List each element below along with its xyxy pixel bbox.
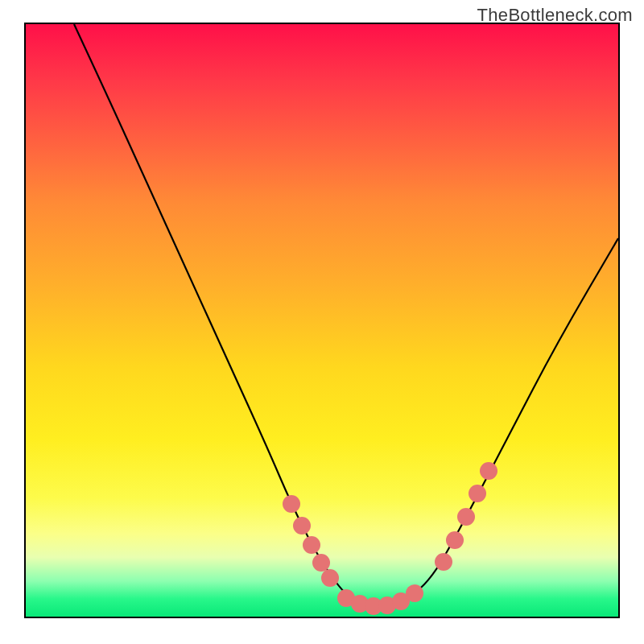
curve-marker (480, 462, 497, 480)
marker-group (283, 462, 497, 615)
curve-svg (26, 24, 618, 617)
curve-marker (446, 531, 464, 549)
plot-area (24, 23, 620, 618)
curve-marker (406, 584, 423, 602)
curve-marker (312, 554, 330, 572)
watermark-label: TheBottleneck.com (477, 5, 633, 26)
curve-marker (435, 553, 452, 571)
curve-marker (303, 536, 320, 554)
curve-marker (321, 569, 339, 587)
curve-marker (469, 485, 486, 502)
curve-line (74, 24, 618, 606)
curve-marker (457, 508, 475, 526)
curve-marker (293, 517, 311, 535)
curve-marker (283, 495, 300, 513)
chart-container: TheBottleneck.com (0, 0, 644, 644)
